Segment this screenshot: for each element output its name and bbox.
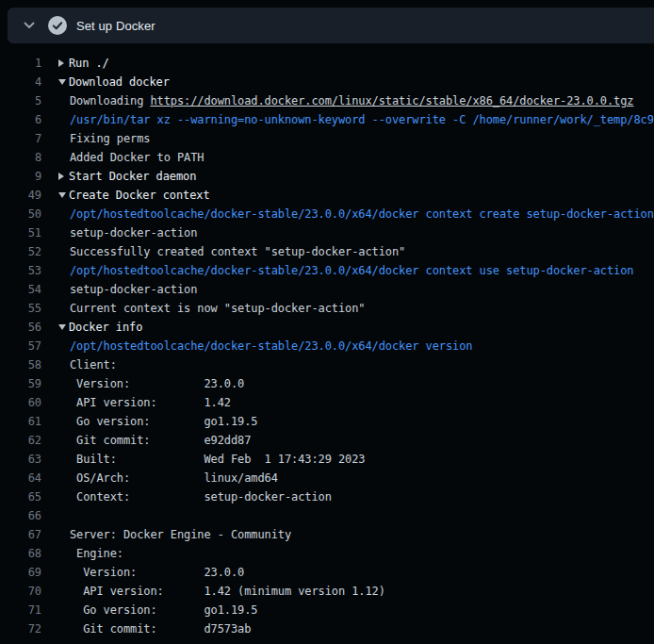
chevron-expanded-icon	[58, 192, 69, 198]
log-line: 51setup-docker-action	[0, 223, 654, 242]
log-line: 5Downloading https://download.docker.com…	[0, 91, 654, 110]
log-url-link[interactable]: https://download.docker.com/linux/static…	[151, 94, 634, 107]
log-line: 62 Git commit: e92dd87	[0, 431, 654, 450]
log-group-header[interactable]: 9Start Docker daemon	[0, 167, 654, 186]
line-number[interactable]: 68	[0, 544, 41, 563]
group-title: Start Docker daemon	[69, 167, 196, 186]
log-text-output: setup-docker-action	[41, 280, 197, 299]
line-number[interactable]: 1	[0, 54, 41, 73]
log-group-header[interactable]: 49Create Docker context	[0, 186, 654, 205]
line-number[interactable]: 57	[0, 337, 41, 355]
log-text-command: /opt/hostedtoolcache/docker-stable/23.0.…	[41, 261, 633, 280]
line-number[interactable]: 62	[0, 431, 41, 450]
line-number[interactable]: 49	[0, 186, 41, 205]
line-number[interactable]: 59	[0, 374, 41, 393]
log-text-output: Git commit: d7573ab	[41, 619, 251, 638]
log-line: 65 Context: setup-docker-action	[0, 487, 654, 506]
line-number[interactable]: 7	[0, 129, 41, 148]
log-text-output: setup-docker-action	[41, 223, 197, 242]
log-line: 6/usr/bin/tar xz --warning=no-unknown-ke…	[0, 110, 654, 129]
chevron-expanded-icon	[58, 324, 69, 330]
log-text-output: Git commit: e92dd87	[41, 431, 251, 450]
log-line: 68 Engine:	[0, 544, 654, 563]
log-line: 69 Version: 23.0.0	[0, 563, 654, 582]
line-number[interactable]: 53	[0, 261, 41, 280]
log-text-output: Current context is now "setup-docker-act…	[41, 299, 365, 318]
log-text-output: API version: 1.42 (minimum version 1.12)	[41, 582, 385, 601]
log-line: 61 Go version: go1.19.5	[0, 412, 654, 431]
group-title: Download docker	[69, 73, 170, 91]
line-number[interactable]: 54	[0, 280, 41, 299]
log-line: 64 OS/Arch: linux/amd64	[0, 469, 654, 487]
log-text-output: Added Docker to PATH	[41, 148, 204, 167]
log-text-output: Successfully created context "setup-dock…	[41, 242, 405, 261]
step-title: Set up Docker	[76, 19, 155, 33]
log-group-header[interactable]: 1Run ./	[0, 54, 654, 73]
log-text-output: Downloading	[70, 94, 151, 107]
log-line: 52Successfully created context "setup-do…	[0, 242, 654, 261]
line-number[interactable]: 9	[0, 167, 41, 186]
log-text-output: API version: 1.42	[41, 393, 231, 412]
log-line: 60 API version: 1.42	[0, 393, 654, 412]
group-title: Create Docker context	[69, 186, 210, 205]
log-text-output: Engine:	[41, 544, 123, 563]
line-number[interactable]: 58	[0, 355, 41, 374]
line-number[interactable]: 50	[0, 205, 41, 223]
log-text-output: Context: setup-docker-action	[41, 487, 332, 506]
group-title: Run ./	[69, 54, 109, 73]
log-text-output: Built: Wed Feb 1 17:43:29 2023	[41, 450, 365, 469]
log-line: 8Added Docker to PATH	[0, 148, 654, 167]
log-text-output: Fixing perms	[41, 129, 151, 148]
log-text-output: Version: 23.0.0	[41, 563, 244, 582]
line-number[interactable]: 55	[0, 299, 41, 318]
log-line: 50/opt/hostedtoolcache/docker-stable/23.…	[0, 205, 654, 223]
line-number[interactable]: 6	[0, 110, 41, 129]
group-title: Docker info	[69, 318, 142, 337]
log-line: 59 Version: 23.0.0	[0, 374, 654, 393]
line-number[interactable]: 4	[0, 73, 41, 91]
line-number[interactable]: 56	[0, 318, 41, 337]
line-number[interactable]: 8	[0, 148, 41, 167]
line-number[interactable]: 5	[0, 91, 41, 110]
line-number[interactable]: 66	[0, 506, 41, 525]
line-number[interactable]: 69	[0, 563, 41, 582]
line-number[interactable]: 60	[0, 393, 41, 412]
line-number[interactable]: 71	[0, 601, 41, 619]
log-line: 54setup-docker-action	[0, 280, 654, 299]
log-text-output: OS/Arch: linux/amd64	[41, 469, 278, 487]
chevron-expanded-icon	[58, 79, 69, 85]
log-line: 53/opt/hostedtoolcache/docker-stable/23.…	[0, 261, 654, 280]
chevron-down-icon[interactable]	[23, 19, 36, 32]
log-text-output: Client:	[41, 355, 117, 374]
line-number[interactable]: 63	[0, 450, 41, 469]
line-number[interactable]: 67	[0, 525, 41, 544]
log-text-output: Go version: go1.19.5	[41, 601, 258, 619]
check-circle-icon	[48, 16, 67, 35]
log-line: 72 Git commit: d7573ab	[0, 619, 654, 638]
log-line: 58Client:	[0, 355, 654, 374]
log-viewer: 1Run ./4Download docker5Downloading http…	[0, 43, 654, 638]
log-line: 71 Go version: go1.19.5	[0, 601, 654, 619]
line-number[interactable]: 70	[0, 582, 41, 601]
chevron-right-icon	[58, 59, 69, 67]
line-number[interactable]: 64	[0, 469, 41, 487]
line-number[interactable]: 72	[0, 619, 41, 638]
log-group-header[interactable]: 4Download docker	[0, 73, 654, 91]
log-line: 57/opt/hostedtoolcache/docker-stable/23.…	[0, 337, 654, 355]
log-line: 67Server: Docker Engine - Community	[0, 525, 654, 544]
log-text-command: /opt/hostedtoolcache/docker-stable/23.0.…	[41, 337, 472, 355]
log-text-output: Server: Docker Engine - Community	[41, 525, 291, 544]
log-line: 70 API version: 1.42 (minimum version 1.…	[0, 582, 654, 601]
log-text-command: /usr/bin/tar xz --warning=no-unknown-key…	[41, 110, 654, 129]
log-text-output: Go version: go1.19.5	[41, 412, 258, 431]
line-number[interactable]: 52	[0, 242, 41, 261]
step-header[interactable]: Set up Docker	[8, 8, 654, 43]
line-number[interactable]: 61	[0, 412, 41, 431]
chevron-right-icon	[58, 173, 69, 180]
log-line: 55Current context is now "setup-docker-a…	[0, 299, 654, 318]
log-group-header[interactable]: 56Docker info	[0, 318, 654, 337]
log-text-output: Version: 23.0.0	[41, 374, 244, 393]
line-number[interactable]: 65	[0, 487, 41, 506]
log-line: 66	[0, 506, 654, 525]
line-number[interactable]: 51	[0, 223, 41, 242]
